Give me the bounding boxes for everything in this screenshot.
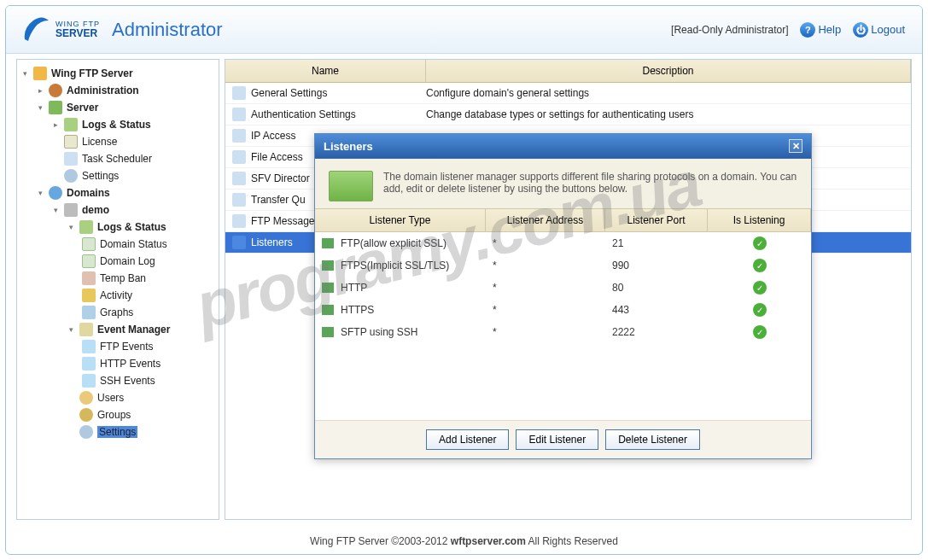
row-icon <box>232 236 246 249</box>
check-icon: ✓ <box>753 259 767 272</box>
tree-demo-logs[interactable]: ▾Logs & Status <box>20 219 215 236</box>
logout-link[interactable]: ⏻ Logout <box>853 22 905 38</box>
event-icon <box>79 323 93 336</box>
listener-row[interactable]: SFTP using SSH*2222✓ <box>315 321 811 343</box>
col-listener-address[interactable]: Listener Address <box>486 209 605 231</box>
listener-row[interactable]: FTPS(Implicit SSL/TLS)*990✓ <box>315 254 811 277</box>
brand-bottom: SERVER <box>55 28 100 38</box>
header-bar: WING FTP SERVER Administrator [Read-Only… <box>6 6 922 54</box>
logs-icon <box>79 220 93 234</box>
network-icon <box>322 327 334 337</box>
footer-link[interactable]: wftpserver.com <box>451 535 526 547</box>
domain-icon <box>64 203 78 217</box>
tree-groups[interactable]: Groups <box>20 406 215 423</box>
wing-icon <box>21 15 50 44</box>
col-name[interactable]: Name <box>225 60 426 82</box>
check-icon: ✓ <box>753 303 767 317</box>
chart-icon <box>82 306 96 319</box>
row-name: Listeners <box>251 236 293 248</box>
listener-address: * <box>493 282 612 294</box>
collapse-icon[interactable]: ▾ <box>67 325 75 334</box>
help-icon: ? <box>800 22 815 38</box>
listener-row[interactable]: HTTPS*443✓ <box>315 299 811 321</box>
listeners-dialog: Listeners ✕ The domain listener manager … <box>314 133 812 459</box>
dialog-info-text: The domain listener manager supports dif… <box>383 171 797 195</box>
listener-type: FTPS(Implicit SSL/TLS) <box>341 260 449 271</box>
groups-icon <box>79 408 93 422</box>
admin-icon <box>49 84 62 97</box>
settings-row[interactable]: General SettingsConfigure domain's gener… <box>225 83 911 104</box>
listener-type: HTTPS <box>341 304 374 316</box>
listener-row[interactable]: FTP(allow explicit SSL)*21✓ <box>315 232 811 254</box>
collapse-icon[interactable]: ▾ <box>36 189 44 197</box>
expand-icon[interactable]: ▸ <box>36 86 44 95</box>
listener-type: SFTP using SSH <box>341 326 417 338</box>
collapse-icon[interactable]: ▾ <box>51 206 60 214</box>
tree-task-scheduler[interactable]: Task Scheduler <box>20 150 215 167</box>
dialog-title: Listeners <box>324 140 373 153</box>
listener-port: 21 <box>612 237 715 249</box>
listener-address: * <box>493 237 612 249</box>
expand-icon[interactable]: ▸ <box>51 120 60 129</box>
dialog-info: The domain listener manager supports dif… <box>315 159 811 208</box>
tree-event-manager[interactable]: ▾Event Manager <box>20 321 215 338</box>
col-is-listening[interactable]: Is Listening <box>708 209 811 231</box>
network-icon <box>322 238 334 248</box>
tree-domains[interactable]: ▾Domains <box>20 184 215 201</box>
tree-settings[interactable]: Settings <box>20 167 215 184</box>
tree-graphs[interactable]: Graphs <box>20 304 215 321</box>
footer-post: All Rights Reserved <box>526 535 618 547</box>
tree-ssh-events[interactable]: SSH Events <box>20 372 215 389</box>
col-listener-port[interactable]: Listener Port <box>605 209 708 231</box>
row-icon <box>232 86 246 100</box>
collapse-icon[interactable]: ▾ <box>36 103 44 112</box>
http-icon <box>82 357 96 370</box>
listener-row[interactable]: HTTP*80✓ <box>315 277 811 299</box>
add-listener-button[interactable]: Add Listener <box>426 429 509 450</box>
check-icon: ✓ <box>753 236 767 250</box>
tree-temp-ban[interactable]: Temp Ban <box>20 270 215 287</box>
listener-address: * <box>493 326 612 338</box>
row-name: Transfer Qu <box>251 194 306 206</box>
tree-http-events[interactable]: HTTP Events <box>20 355 215 372</box>
dialog-titlebar[interactable]: Listeners ✕ <box>315 134 811 159</box>
logout-icon: ⏻ <box>853 22 868 38</box>
check-icon: ✓ <box>753 325 767 339</box>
close-icon[interactable]: ✕ <box>789 139 803 153</box>
listener-type: FTP(allow explicit SSL) <box>341 237 446 249</box>
tree-ftp-events[interactable]: FTP Events <box>20 338 215 355</box>
tree-administration[interactable]: ▸Administration <box>20 82 215 99</box>
globe-icon <box>49 186 62 200</box>
footer: Wing FTP Server ©2003-2012 wftpserver.co… <box>6 528 922 554</box>
listener-port: 2222 <box>612 326 715 338</box>
tree-domain-status[interactable]: Domain Status <box>20 236 215 253</box>
tree-domain-log[interactable]: Domain Log <box>20 253 215 270</box>
col-listener-type[interactable]: Listener Type <box>315 209 486 231</box>
row-name: Authentication Settings <box>251 108 356 120</box>
delete-listener-button[interactable]: Delete Listener <box>605 429 700 450</box>
folder-icon <box>49 101 62 114</box>
role-label: [Read-Only Administrator] <box>671 24 788 36</box>
collapse-icon[interactable]: ▾ <box>67 223 75 231</box>
tree-root[interactable]: ▾Wing FTP Server <box>20 65 215 82</box>
ban-icon <box>82 271 96 285</box>
doc-icon <box>82 254 96 268</box>
tree-demo-settings[interactable]: Settings <box>20 423 215 440</box>
help-text: Help <box>818 23 841 36</box>
help-link[interactable]: ? Help <box>800 22 841 38</box>
footer-pre: Wing FTP Server ©2003-2012 <box>310 535 451 547</box>
row-icon <box>232 214 246 228</box>
tree-server[interactable]: ▾Server <box>20 99 215 116</box>
row-icon <box>232 129 246 143</box>
listener-address: * <box>493 260 612 271</box>
col-description[interactable]: Description <box>426 60 911 82</box>
edit-listener-button[interactable]: Edit Listener <box>516 429 598 450</box>
tree-demo[interactable]: ▾demo <box>20 201 215 219</box>
listener-type: HTTP <box>341 282 367 294</box>
tree-activity[interactable]: Activity <box>20 287 215 304</box>
tree-users[interactable]: Users <box>20 389 215 406</box>
settings-row[interactable]: Authentication SettingsChange database t… <box>225 104 911 125</box>
collapse-icon[interactable]: ▾ <box>20 69 29 78</box>
tree-license[interactable]: License <box>20 133 215 150</box>
tree-logs-status[interactable]: ▸Logs & Status <box>20 116 215 133</box>
